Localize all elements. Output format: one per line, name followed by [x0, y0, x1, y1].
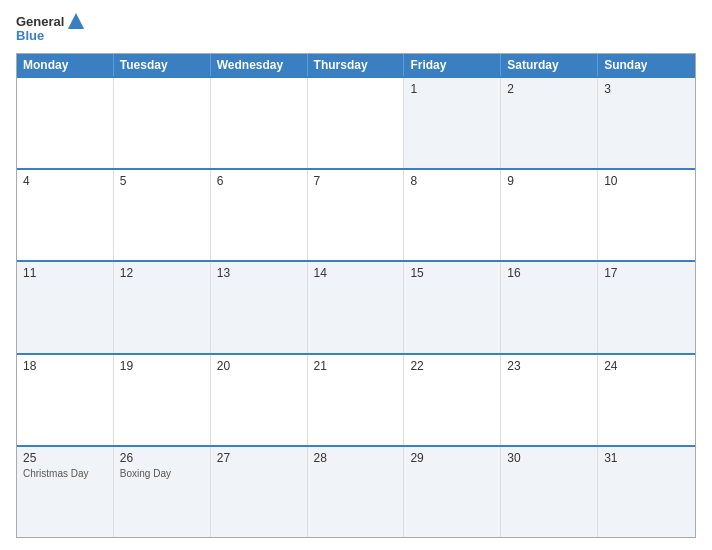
day-number: 21 — [314, 359, 398, 373]
calendar-page: General Blue MondayTuesdayWednesdayThurs… — [0, 0, 712, 550]
calendar-cell: 30 — [501, 447, 598, 537]
logo-blue-text: Blue — [16, 28, 44, 43]
calendar-cell: 13 — [211, 262, 308, 352]
calendar-cell: 9 — [501, 170, 598, 260]
header: General Blue — [16, 12, 696, 43]
day-number: 28 — [314, 451, 398, 465]
day-event: Boxing Day — [120, 467, 204, 480]
day-number: 8 — [410, 174, 494, 188]
day-number: 11 — [23, 266, 107, 280]
calendar-cell: 19 — [114, 355, 211, 445]
calendar-week: 45678910 — [17, 168, 695, 260]
day-number: 27 — [217, 451, 301, 465]
logo: General Blue — [16, 12, 85, 43]
svg-marker-0 — [68, 13, 84, 29]
day-number: 19 — [120, 359, 204, 373]
day-number: 24 — [604, 359, 689, 373]
day-number: 29 — [410, 451, 494, 465]
calendar-cell: 16 — [501, 262, 598, 352]
calendar-cell: 1 — [404, 78, 501, 168]
day-number: 5 — [120, 174, 204, 188]
calendar-cell — [211, 78, 308, 168]
logo-flag-icon — [67, 12, 85, 30]
calendar-cell: 27 — [211, 447, 308, 537]
day-number: 17 — [604, 266, 689, 280]
calendar-cell: 26Boxing Day — [114, 447, 211, 537]
day-number: 23 — [507, 359, 591, 373]
day-number: 14 — [314, 266, 398, 280]
calendar-cell: 7 — [308, 170, 405, 260]
calendar-body: 1234567891011121314151617181920212223242… — [17, 76, 695, 537]
calendar-header-cell: Wednesday — [211, 54, 308, 76]
day-number: 3 — [604, 82, 689, 96]
calendar-cell: 20 — [211, 355, 308, 445]
calendar-cell: 22 — [404, 355, 501, 445]
day-number: 16 — [507, 266, 591, 280]
day-number: 12 — [120, 266, 204, 280]
day-number: 6 — [217, 174, 301, 188]
day-event: Christmas Day — [23, 467, 107, 480]
calendar-cell: 11 — [17, 262, 114, 352]
day-number: 4 — [23, 174, 107, 188]
day-number: 26 — [120, 451, 204, 465]
calendar-cell: 2 — [501, 78, 598, 168]
day-number: 22 — [410, 359, 494, 373]
day-number: 2 — [507, 82, 591, 96]
calendar: MondayTuesdayWednesdayThursdayFridaySatu… — [16, 53, 696, 538]
calendar-week: 25Christmas Day26Boxing Day2728293031 — [17, 445, 695, 537]
calendar-cell: 23 — [501, 355, 598, 445]
calendar-cell: 10 — [598, 170, 695, 260]
day-number: 9 — [507, 174, 591, 188]
day-number: 25 — [23, 451, 107, 465]
calendar-cell: 12 — [114, 262, 211, 352]
calendar-cell: 21 — [308, 355, 405, 445]
calendar-cell — [17, 78, 114, 168]
calendar-header-cell: Friday — [404, 54, 501, 76]
calendar-cell: 25Christmas Day — [17, 447, 114, 537]
day-number: 31 — [604, 451, 689, 465]
calendar-header-cell: Monday — [17, 54, 114, 76]
calendar-cell: 3 — [598, 78, 695, 168]
day-number: 20 — [217, 359, 301, 373]
calendar-cell — [308, 78, 405, 168]
day-number: 10 — [604, 174, 689, 188]
calendar-week: 18192021222324 — [17, 353, 695, 445]
calendar-week: 123 — [17, 76, 695, 168]
calendar-header-cell: Thursday — [308, 54, 405, 76]
calendar-week: 11121314151617 — [17, 260, 695, 352]
calendar-cell: 15 — [404, 262, 501, 352]
calendar-cell: 6 — [211, 170, 308, 260]
calendar-cell — [114, 78, 211, 168]
calendar-cell: 29 — [404, 447, 501, 537]
day-number: 13 — [217, 266, 301, 280]
calendar-cell: 18 — [17, 355, 114, 445]
calendar-cell: 8 — [404, 170, 501, 260]
calendar-cell: 14 — [308, 262, 405, 352]
calendar-cell: 17 — [598, 262, 695, 352]
day-number: 1 — [410, 82, 494, 96]
calendar-cell: 4 — [17, 170, 114, 260]
calendar-cell: 31 — [598, 447, 695, 537]
day-number: 15 — [410, 266, 494, 280]
calendar-header-cell: Sunday — [598, 54, 695, 76]
logo-general-text: General — [16, 14, 64, 29]
day-number: 30 — [507, 451, 591, 465]
calendar-cell: 5 — [114, 170, 211, 260]
logo-container: General Blue — [16, 12, 85, 43]
calendar-header-row: MondayTuesdayWednesdayThursdayFridaySatu… — [17, 54, 695, 76]
day-number: 7 — [314, 174, 398, 188]
calendar-cell: 24 — [598, 355, 695, 445]
calendar-header-cell: Saturday — [501, 54, 598, 76]
calendar-cell: 28 — [308, 447, 405, 537]
calendar-header-cell: Tuesday — [114, 54, 211, 76]
day-number: 18 — [23, 359, 107, 373]
